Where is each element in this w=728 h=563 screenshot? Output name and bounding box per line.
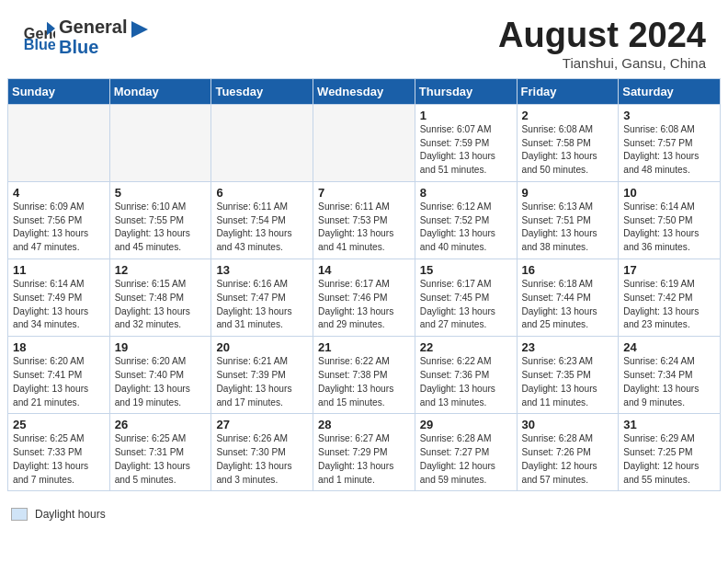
day-number: 20 (216, 340, 308, 354)
day-number: 2 (522, 109, 614, 122)
day-info: Sunrise: 6:20 AM Sunset: 7:41 PM Dayligh… (13, 356, 88, 407)
day-number: 3 (623, 109, 715, 122)
day-info: Sunrise: 6:15 AM Sunset: 7:48 PM Dayligh… (115, 279, 190, 329)
day-info: Sunrise: 6:17 AM Sunset: 7:45 PM Dayligh… (420, 279, 495, 329)
day-number: 9 (522, 186, 614, 200)
day-number: 8 (420, 186, 512, 200)
day-number: 29 (420, 418, 512, 431)
logo-general-text: General (59, 17, 127, 37)
calendar-day-header: Friday (517, 78, 619, 104)
calendar-day-cell: 14Sunrise: 6:17 AM Sunset: 7:46 PM Dayli… (313, 259, 415, 337)
daylight-legend-box (11, 508, 28, 521)
calendar-wrap: SundayMondayTuesdayWednesdayThursdayFrid… (0, 78, 728, 507)
day-number: 19 (115, 340, 207, 354)
calendar-day-cell: 18Sunrise: 6:20 AM Sunset: 7:41 PM Dayli… (8, 337, 110, 414)
day-info: Sunrise: 6:27 AM Sunset: 7:29 PM Dayligh… (318, 433, 393, 484)
day-number: 4 (13, 186, 105, 200)
day-info: Sunrise: 6:26 AM Sunset: 7:30 PM Dayligh… (216, 433, 291, 484)
day-number: 27 (216, 418, 308, 431)
calendar-day-cell: 19Sunrise: 6:20 AM Sunset: 7:40 PM Dayli… (109, 337, 211, 414)
calendar-day-cell: 11Sunrise: 6:14 AM Sunset: 7:49 PM Dayli… (8, 259, 110, 337)
day-number: 23 (522, 340, 614, 354)
page-header: General Blue General Blue August 2024 Ti… (0, 0, 728, 78)
calendar-day-cell: 9Sunrise: 6:13 AM Sunset: 7:51 PM Daylig… (517, 181, 619, 259)
day-info: Sunrise: 6:28 AM Sunset: 7:27 PM Dayligh… (420, 433, 495, 484)
calendar-day-cell: 15Sunrise: 6:17 AM Sunset: 7:45 PM Dayli… (415, 259, 517, 337)
day-number: 22 (420, 340, 512, 354)
calendar-day-cell: 20Sunrise: 6:21 AM Sunset: 7:39 PM Dayli… (211, 337, 313, 414)
day-number: 13 (216, 263, 308, 277)
calendar-day-cell (8, 104, 110, 181)
day-info: Sunrise: 6:19 AM Sunset: 7:42 PM Dayligh… (623, 279, 699, 329)
calendar-day-cell: 29Sunrise: 6:28 AM Sunset: 7:27 PM Dayli… (415, 414, 517, 491)
day-number: 12 (115, 263, 207, 277)
calendar-day-cell: 31Sunrise: 6:29 AM Sunset: 7:25 PM Dayli… (619, 414, 721, 491)
day-info: Sunrise: 6:11 AM Sunset: 7:53 PM Dayligh… (318, 201, 393, 252)
day-number: 18 (13, 340, 105, 354)
day-number: 28 (318, 418, 410, 431)
calendar-day-cell: 2Sunrise: 6:08 AM Sunset: 7:58 PM Daylig… (517, 104, 619, 181)
day-info: Sunrise: 6:21 AM Sunset: 7:39 PM Dayligh… (216, 356, 291, 407)
day-number: 11 (13, 263, 105, 277)
day-info: Sunrise: 6:29 AM Sunset: 7:25 PM Dayligh… (623, 433, 699, 484)
calendar-day-header: Sunday (8, 78, 110, 104)
calendar-day-cell: 8Sunrise: 6:12 AM Sunset: 7:52 PM Daylig… (415, 181, 517, 259)
day-number: 31 (623, 418, 715, 431)
calendar-day-cell: 27Sunrise: 6:26 AM Sunset: 7:30 PM Dayli… (211, 414, 313, 491)
calendar-day-cell: 30Sunrise: 6:28 AM Sunset: 7:26 PM Dayli… (517, 414, 619, 491)
daylight-legend-label: Daylight hours (35, 508, 106, 521)
month-title: August 2024 (498, 17, 706, 55)
calendar-week-row: 11Sunrise: 6:14 AM Sunset: 7:49 PM Dayli… (8, 259, 721, 337)
logo-flag-icon (130, 17, 150, 52)
calendar-day-cell: 25Sunrise: 6:25 AM Sunset: 7:33 PM Dayli… (8, 414, 110, 491)
calendar-day-cell: 21Sunrise: 6:22 AM Sunset: 7:38 PM Dayli… (313, 337, 415, 414)
day-info: Sunrise: 6:10 AM Sunset: 7:55 PM Dayligh… (115, 201, 190, 252)
calendar-day-header: Wednesday (313, 78, 415, 104)
calendar-day-header: Monday (109, 78, 211, 104)
calendar-day-header: Saturday (619, 78, 721, 104)
day-number: 1 (420, 109, 512, 122)
day-info: Sunrise: 6:09 AM Sunset: 7:56 PM Dayligh… (13, 201, 88, 252)
calendar-day-cell: 28Sunrise: 6:27 AM Sunset: 7:29 PM Dayli… (313, 414, 415, 491)
day-info: Sunrise: 6:08 AM Sunset: 7:58 PM Dayligh… (522, 124, 597, 175)
calendar-day-cell (211, 104, 313, 181)
day-info: Sunrise: 6:14 AM Sunset: 7:49 PM Dayligh… (13, 279, 88, 329)
calendar-week-row: 4Sunrise: 6:09 AM Sunset: 7:56 PM Daylig… (8, 181, 721, 259)
calendar-week-row: 18Sunrise: 6:20 AM Sunset: 7:41 PM Dayli… (8, 337, 721, 414)
calendar-day-cell: 13Sunrise: 6:16 AM Sunset: 7:47 PM Dayli… (211, 259, 313, 337)
calendar-day-cell: 26Sunrise: 6:25 AM Sunset: 7:31 PM Dayli… (109, 414, 211, 491)
calendar-week-row: 25Sunrise: 6:25 AM Sunset: 7:33 PM Dayli… (8, 414, 721, 491)
logo-blue-text: Blue (59, 37, 127, 57)
calendar-day-cell: 6Sunrise: 6:11 AM Sunset: 7:54 PM Daylig… (211, 181, 313, 259)
calendar-footer: Daylight hours (0, 506, 728, 526)
day-number: 17 (623, 263, 715, 277)
day-number: 25 (13, 418, 105, 431)
day-info: Sunrise: 6:13 AM Sunset: 7:51 PM Dayligh… (522, 201, 597, 252)
day-number: 26 (115, 418, 207, 431)
calendar-day-cell: 24Sunrise: 6:24 AM Sunset: 7:34 PM Dayli… (619, 337, 721, 414)
svg-text:Blue: Blue (24, 36, 55, 52)
calendar-week-row: 1Sunrise: 6:07 AM Sunset: 7:59 PM Daylig… (8, 104, 721, 181)
day-info: Sunrise: 6:11 AM Sunset: 7:54 PM Dayligh… (216, 201, 291, 252)
calendar-day-cell: 3Sunrise: 6:08 AM Sunset: 7:57 PM Daylig… (619, 104, 721, 181)
calendar-day-cell: 10Sunrise: 6:14 AM Sunset: 7:50 PM Dayli… (619, 181, 721, 259)
calendar-day-cell: 23Sunrise: 6:23 AM Sunset: 7:35 PM Dayli… (517, 337, 619, 414)
title-block: August 2024 Tianshui, Gansu, China (498, 17, 706, 71)
location: Tianshui, Gansu, China (498, 55, 706, 71)
day-number: 15 (420, 263, 512, 277)
svg-marker-3 (131, 21, 148, 38)
day-info: Sunrise: 6:25 AM Sunset: 7:33 PM Dayligh… (13, 433, 88, 484)
day-info: Sunrise: 6:07 AM Sunset: 7:59 PM Dayligh… (420, 124, 495, 175)
calendar-day-header: Tuesday (211, 78, 313, 104)
calendar-day-cell: 12Sunrise: 6:15 AM Sunset: 7:48 PM Dayli… (109, 259, 211, 337)
day-number: 14 (318, 263, 410, 277)
day-number: 21 (318, 340, 410, 354)
day-info: Sunrise: 6:14 AM Sunset: 7:50 PM Dayligh… (623, 201, 699, 252)
day-info: Sunrise: 6:08 AM Sunset: 7:57 PM Dayligh… (623, 124, 699, 175)
day-number: 5 (115, 186, 207, 200)
day-number: 7 (318, 186, 410, 200)
calendar-day-cell: 16Sunrise: 6:18 AM Sunset: 7:44 PM Dayli… (517, 259, 619, 337)
day-info: Sunrise: 6:16 AM Sunset: 7:47 PM Dayligh… (216, 279, 291, 329)
calendar-day-header: Thursday (415, 78, 517, 104)
calendar-day-cell: 17Sunrise: 6:19 AM Sunset: 7:42 PM Dayli… (619, 259, 721, 337)
